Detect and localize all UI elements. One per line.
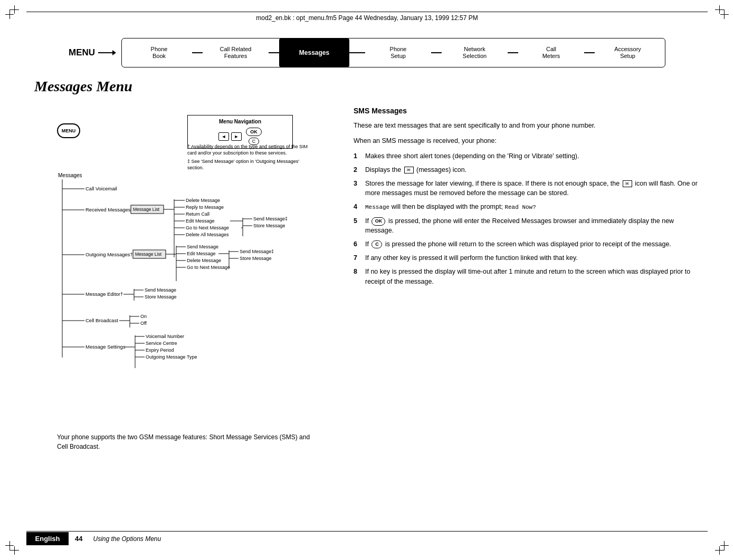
nav-item-network-selection[interactable]: NetworkSelection bbox=[442, 38, 508, 67]
menu-arrow-head bbox=[112, 50, 116, 55]
messages-icon-flash: ✉ bbox=[623, 180, 632, 187]
connector-3 bbox=[349, 52, 365, 53]
nav-item-messages[interactable]: Messages bbox=[279, 38, 349, 67]
connector-2 bbox=[269, 52, 279, 53]
list-text-8: If no key is pressed the display will ti… bbox=[365, 267, 702, 286]
svg-text:Message List: Message List bbox=[135, 252, 162, 257]
svg-text:Go to Next Message: Go to Next Message bbox=[187, 265, 230, 270]
nav-accessory-label: AccessorySetup bbox=[614, 46, 641, 60]
bottom-bar: English 44 Using the Options Menu bbox=[26, 532, 708, 545]
intro-text: Your phone supports the two GSM message … bbox=[57, 432, 321, 451]
cross-tr-v bbox=[719, 5, 720, 14]
nav-phone-book-label: PhoneBook bbox=[151, 46, 168, 60]
navigation-bar: MENU PhoneBook Call RelatedFeatures Mess… bbox=[121, 38, 665, 67]
nav-network-label: NetworkSelection bbox=[463, 46, 487, 60]
nav-item-accessory-setup[interactable]: AccessorySetup bbox=[595, 38, 661, 67]
footnote-dagger: † Availability depends on the type and s… bbox=[187, 143, 309, 156]
svg-text:Delete All Messages: Delete All Messages bbox=[186, 232, 229, 237]
sms-item-5: 5 If OK is pressed, the phone will enter… bbox=[354, 216, 702, 235]
svg-text:Send Message: Send Message bbox=[145, 287, 176, 293]
language-badge: English bbox=[26, 532, 69, 545]
list-num-6: 6 bbox=[354, 239, 361, 249]
svg-text:Outgoing Message Type: Outgoing Message Type bbox=[146, 354, 197, 360]
svg-text:Cell Broadcast: Cell Broadcast bbox=[85, 317, 118, 323]
sms-para1: These are text messages that are sent sp… bbox=[354, 121, 702, 131]
content-area: SMS Messages These are text messages tha… bbox=[354, 105, 702, 291]
menu-label: MENU bbox=[69, 47, 95, 58]
svg-text:Outgoing Messages†: Outgoing Messages† bbox=[85, 252, 133, 257]
connector-6 bbox=[584, 52, 595, 53]
svg-text:Call Voicemail: Call Voicemail bbox=[85, 186, 117, 191]
list-num-2: 2 bbox=[354, 165, 361, 175]
ok-icon-5: OK bbox=[371, 217, 385, 226]
svg-text:Reply to Message: Reply to Message bbox=[186, 205, 224, 210]
cross-bl-v bbox=[14, 546, 15, 555]
right-arrow-btn[interactable]: ► bbox=[231, 132, 242, 141]
svg-text:Send Message‡: Send Message‡ bbox=[253, 216, 288, 221]
file-header: mod2_en.bk : opt_menu.fm5 Page 44 Wednes… bbox=[26, 12, 708, 24]
nav-bar-inner: PhoneBook Call RelatedFeatures Messages … bbox=[121, 38, 665, 67]
svg-text:Edit Message: Edit Message bbox=[186, 218, 215, 224]
sms-title: SMS Messages bbox=[354, 105, 702, 117]
svg-text:Message List: Message List bbox=[133, 207, 160, 212]
svg-text:On: On bbox=[140, 314, 147, 319]
list-num-8: 8 bbox=[354, 267, 361, 286]
arrow-buttons: ◄ ► bbox=[218, 132, 242, 141]
nav-phone-setup-label: PhoneSetup bbox=[390, 46, 407, 60]
tree-diagram: Messages Call Voicemail Received Message… bbox=[53, 168, 359, 421]
cross-tl-v bbox=[14, 5, 15, 14]
sms-item-4: 4 Message will then be displayed with th… bbox=[354, 202, 702, 212]
nav-messages-label: Messages bbox=[299, 49, 329, 56]
nav-item-phone-book[interactable]: PhoneBook bbox=[126, 38, 192, 67]
sms-item-3: 3 Stores the message for later viewing, … bbox=[354, 179, 702, 198]
list-num-1: 1 bbox=[354, 151, 361, 161]
nav-item-call-meters[interactable]: CallMeters bbox=[518, 38, 584, 67]
messages-icon: ✉ bbox=[404, 167, 414, 173]
sms-item-2: 2 Displays the ✉ (messages) icon. bbox=[354, 165, 702, 175]
nav-items: PhoneBook Call RelatedFeatures Messages … bbox=[126, 38, 661, 67]
svg-text:Message Editor†: Message Editor† bbox=[85, 291, 123, 297]
message-mono: Message bbox=[365, 204, 389, 210]
messages-root-label: Messages bbox=[58, 172, 82, 178]
page-title: Messages Menu bbox=[34, 78, 132, 95]
nav-item-phone-setup[interactable]: PhoneSetup bbox=[365, 38, 431, 67]
list-num-5: 5 bbox=[354, 216, 361, 235]
list-num-7: 7 bbox=[354, 253, 361, 263]
sms-list: 1 Makes three short alert tones (dependi… bbox=[354, 151, 702, 286]
svg-text:Send Message‡: Send Message‡ bbox=[240, 249, 274, 254]
svg-text:Received Messages†: Received Messages† bbox=[85, 207, 134, 213]
left-arrow-btn[interactable]: ◄ bbox=[218, 132, 229, 141]
menu-button-label: MENU bbox=[62, 128, 76, 133]
cross-bl-h bbox=[5, 545, 14, 546]
connector-4 bbox=[431, 52, 442, 53]
svg-text:Message Settings: Message Settings bbox=[85, 344, 126, 350]
svg-text:Edit Message: Edit Message bbox=[187, 251, 216, 256]
svg-text:Return Call: Return Call bbox=[186, 211, 209, 217]
ok-c-group: OK C bbox=[246, 128, 262, 145]
sms-item-6: 6 If C is pressed the phone will return … bbox=[354, 239, 702, 249]
nav-item-call-related[interactable]: Call RelatedFeatures bbox=[203, 38, 269, 67]
read-now-mono: Read Now? bbox=[504, 204, 536, 210]
svg-text:Expiry Period: Expiry Period bbox=[146, 347, 174, 353]
list-text-3: Stores the message for later viewing, if… bbox=[365, 179, 702, 198]
sms-item-7: 7 If any other key is pressed it will pe… bbox=[354, 253, 702, 263]
menu-button-left[interactable]: MENU bbox=[57, 123, 80, 138]
list-text-1: Makes three short alert tones (depending… bbox=[365, 151, 579, 161]
sms-item-1: 1 Makes three short alert tones (dependi… bbox=[354, 151, 702, 161]
list-text-5: If OK is pressed, the phone will enter t… bbox=[365, 216, 702, 235]
nav-call-related-label: Call RelatedFeatures bbox=[220, 46, 252, 60]
ok-button[interactable]: OK bbox=[246, 128, 262, 136]
nav-buttons-row: ◄ ► OK C bbox=[193, 128, 287, 145]
svg-text:Store Message: Store Message bbox=[145, 294, 177, 300]
svg-text:Send Message: Send Message bbox=[187, 244, 218, 249]
sms-para2: When an SMS message is received, your ph… bbox=[354, 136, 702, 146]
menu-nav-title: Menu Navigation bbox=[193, 119, 287, 124]
page-description: Using the Options Menu bbox=[89, 533, 165, 545]
svg-text:Store Message: Store Message bbox=[253, 223, 285, 228]
connector-5 bbox=[508, 52, 518, 53]
cross-br-v bbox=[719, 546, 720, 555]
file-header-text: mod2_en.bk : opt_menu.fm5 Page 44 Wednes… bbox=[256, 14, 478, 22]
svg-text:Delete Message: Delete Message bbox=[186, 198, 220, 203]
menu-arrow bbox=[98, 52, 113, 53]
cross-br-h bbox=[720, 545, 729, 546]
